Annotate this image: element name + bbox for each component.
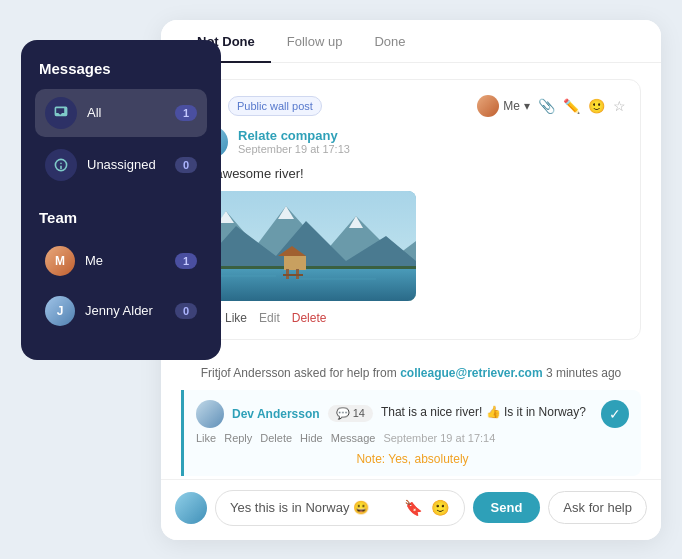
reply-action-message[interactable]: Message — [331, 432, 376, 444]
input-avatar — [175, 492, 207, 524]
message-input[interactable]: Yes this is in Norway 😀 — [230, 500, 396, 515]
emoji-input-icon[interactable]: 🙂 — [431, 499, 450, 517]
all-badge: 1 — [175, 105, 197, 121]
resolve-check-icon[interactable]: ✓ — [601, 400, 629, 428]
reply-time: September 19 at 17:14 — [383, 432, 495, 444]
sender-details: Relate company September 19 at 17:13 — [238, 128, 350, 155]
sidebar-item-jenny[interactable]: J Jenny Alder 0 — [35, 288, 207, 334]
jenny-label: Jenny Alder — [85, 303, 175, 318]
jenny-avatar: J — [45, 296, 75, 326]
input-box: Yes this is in Norway 😀 🔖 🙂 — [215, 490, 465, 526]
ask-help-button[interactable]: Ask for help — [548, 491, 647, 524]
pencil-icon[interactable]: ✏️ — [563, 98, 580, 114]
help-email: colleague@retriever.com — [400, 366, 542, 380]
chevron-down-icon: ▾ — [524, 99, 530, 113]
message-card: f Public wall post Me ▾ 📎 ✏️ 🙂 ☆ — [181, 79, 641, 340]
sidebar-item-all[interactable]: All 1 — [35, 89, 207, 137]
reply-text: That is a nice river! 👍 Is it in Norway? — [381, 405, 586, 419]
team-section: Team M Me 1 J Jenny Alder 0 — [35, 209, 207, 334]
delete-link[interactable]: Delete — [292, 311, 327, 325]
messages-section-title: Messages — [35, 60, 207, 77]
star-icon[interactable]: ☆ — [613, 98, 626, 114]
message-actions: Me ▾ 📎 ✏️ 🙂 ☆ — [477, 95, 626, 117]
sender-time: September 19 at 17:13 — [238, 143, 350, 155]
message-footer: 👍 1 Like Edit Delete — [196, 311, 626, 325]
tabs-bar: Not Done Follow up Done — [161, 20, 661, 63]
sender-name: Relate company — [238, 128, 350, 143]
me-avatar: M — [45, 246, 75, 276]
bookmark-icon[interactable]: 🔖 — [404, 499, 423, 517]
me-action-label: Me — [503, 99, 520, 113]
reply-actions: Like Reply Delete Hide Message September… — [196, 432, 629, 444]
jenny-badge: 0 — [175, 303, 197, 319]
me-action-avatar — [477, 95, 499, 117]
message-header: f Public wall post Me ▾ 📎 ✏️ 🙂 ☆ — [196, 94, 626, 118]
edit-link[interactable]: Edit — [259, 311, 280, 325]
reply-avatar — [196, 400, 224, 428]
help-request-text: Fritjof Andersson asked for help from co… — [201, 366, 622, 380]
tab-done[interactable]: Done — [358, 20, 421, 63]
emoji-icon[interactable]: 🙂 — [588, 98, 605, 114]
reply-header: Dev Andersson 💬 14 That is a nice river!… — [196, 400, 629, 428]
chat-area: f Public wall post Me ▾ 📎 ✏️ 🙂 ☆ — [161, 63, 661, 479]
unassigned-badge: 0 — [175, 157, 197, 173]
reply-sender: Dev Andersson 💬 14 That is a nice river!… — [196, 400, 586, 428]
me-selector[interactable]: Me ▾ — [477, 95, 530, 117]
sender-info: Relate company September 19 at 17:13 — [196, 126, 626, 158]
reply-action-like[interactable]: Like — [196, 432, 216, 444]
reply-sender-name: Dev Andersson — [232, 407, 320, 421]
team-section-title: Team — [35, 209, 207, 226]
message-body: An awesome river! — [196, 166, 626, 181]
sidebar-item-unassigned[interactable]: Unassigned 0 — [35, 141, 207, 189]
message-image — [196, 191, 416, 301]
attach-icon[interactable]: 📎 — [538, 98, 555, 114]
public-wall-badge: Public wall post — [228, 96, 322, 116]
reply-section: Dev Andersson 💬 14 That is a nice river!… — [181, 390, 641, 476]
main-panel: Not Done Follow up Done f Public wall po… — [161, 20, 661, 540]
svg-rect-7 — [196, 269, 416, 301]
reply-bubble-count: 💬 14 — [328, 405, 373, 422]
tab-follow-up[interactable]: Follow up — [271, 20, 359, 63]
all-label: All — [87, 105, 175, 120]
me-badge: 1 — [175, 253, 197, 269]
unassigned-icon — [45, 149, 77, 181]
reply-action-hide[interactable]: Hide — [300, 432, 323, 444]
inbox-icon — [45, 97, 77, 129]
help-request-bar: Fritjof Andersson asked for help from co… — [181, 356, 641, 384]
reply-action-reply[interactable]: Reply — [224, 432, 252, 444]
send-button[interactable]: Send — [473, 492, 541, 523]
input-area: Yes this is in Norway 😀 🔖 🙂 Send Ask for… — [161, 479, 661, 540]
note-bar: Note: Yes, absolutely — [196, 452, 629, 466]
svg-rect-10 — [284, 256, 306, 270]
svg-rect-14 — [283, 274, 303, 276]
sidebar: Messages All 1 Unassigned 0 Team M — [21, 40, 221, 360]
reply-action-delete[interactable]: Delete — [260, 432, 292, 444]
sidebar-item-me[interactable]: M Me 1 — [35, 238, 207, 284]
unassigned-label: Unassigned — [87, 157, 175, 172]
me-label: Me — [85, 253, 175, 268]
